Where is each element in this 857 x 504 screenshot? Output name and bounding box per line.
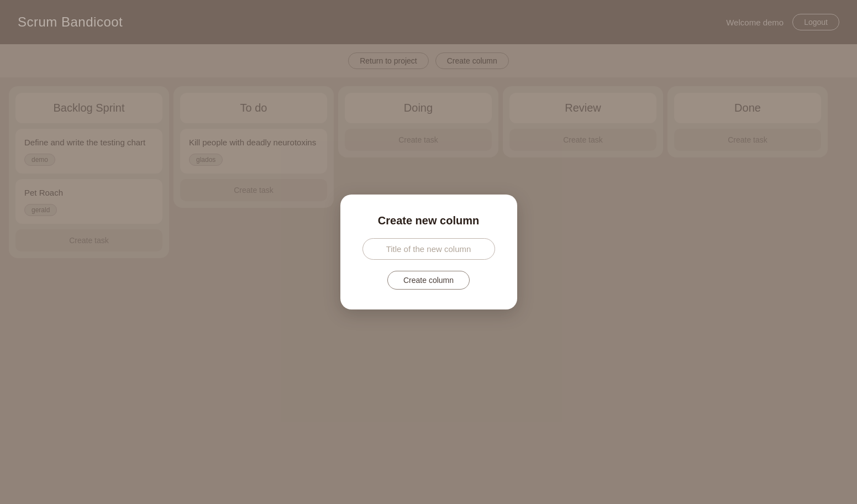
modal-title: Create new column (378, 214, 479, 227)
create-column-modal: Create new column Create column (340, 195, 517, 309)
column-title-input[interactable] (362, 238, 495, 260)
modal-create-column-button[interactable]: Create column (387, 271, 470, 290)
modal-overlay[interactable]: Create new column Create column (0, 0, 857, 504)
